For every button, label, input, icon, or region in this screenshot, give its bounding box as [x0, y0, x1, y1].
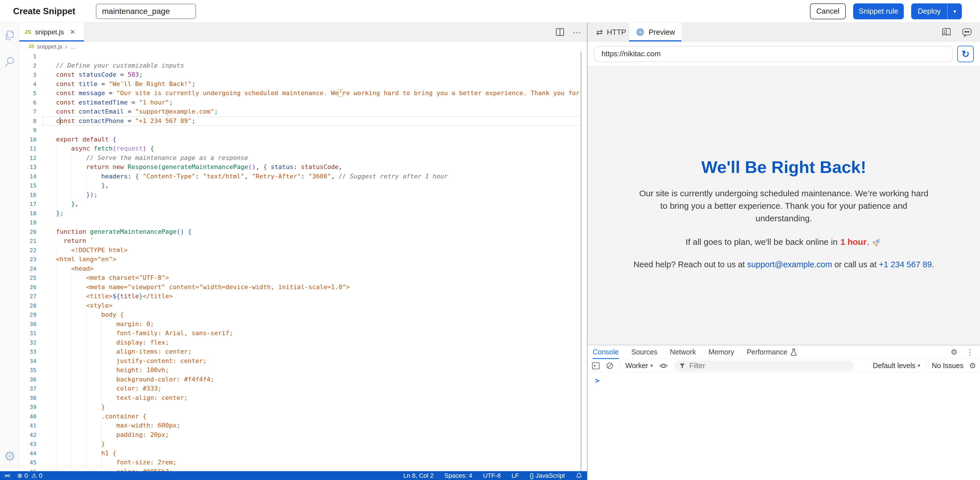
line-number[interactable]: 42 — [19, 430, 43, 440]
code-text[interactable]: max-width: 600px; — [43, 421, 581, 430]
code-line-13[interactable]: 13 return new Response(generateMaintenan… — [19, 162, 581, 172]
notifications-bell-icon[interactable] — [576, 472, 582, 479]
errors-indicator[interactable]: ⊗ 0 — [17, 472, 28, 480]
breadcrumb[interactable]: JS snippet.js › … — [19, 41, 587, 52]
remote-indicator-icon[interactable]: >< — [5, 473, 10, 479]
line-number[interactable]: 5 — [19, 89, 43, 98]
execution-context-selector[interactable]: Worker ▾ — [625, 361, 653, 370]
line-number[interactable]: 35 — [19, 366, 43, 375]
code-text[interactable]: background-color: #f4f4f4; — [43, 375, 581, 384]
code-editor[interactable]: 12// Define your customizable inputs3con… — [19, 52, 581, 471]
code-text[interactable]: }, — [43, 181, 581, 190]
code-line-22[interactable]: 22 <!DOCTYPE html> — [19, 246, 581, 255]
code-line-31[interactable]: 31 font-family: Arial, sans-serif; — [19, 329, 581, 338]
code-text[interactable]: align-items: center; — [43, 347, 581, 356]
devtools-tab-performance[interactable]: Performance — [746, 345, 797, 359]
line-number[interactable]: 46 — [19, 467, 43, 472]
split-editor-icon[interactable] — [556, 28, 564, 36]
code-text[interactable]: const title = "We'll Be Right Back!"; — [43, 79, 581, 89]
code-text[interactable]: }, — [43, 200, 581, 209]
code-line-25[interactable]: 25 <meta charset="UTF-8"> — [19, 273, 581, 283]
code-text[interactable] — [43, 125, 581, 135]
line-number[interactable]: 22 — [19, 246, 43, 255]
clear-console-icon[interactable] — [606, 362, 614, 370]
filter-input[interactable] — [689, 361, 826, 370]
deploy-button[interactable]: Deploy — [911, 3, 948, 19]
code-text[interactable]: const contactEmail = "support@example.co… — [43, 107, 581, 116]
code-line-29[interactable]: 29 body { — [19, 310, 581, 320]
devtools-tab-sources[interactable]: Sources — [632, 345, 657, 359]
line-number[interactable]: 24 — [19, 264, 43, 274]
devtools-tab-memory[interactable]: Memory — [708, 345, 734, 359]
line-number[interactable]: 19 — [19, 218, 43, 227]
more-actions-icon[interactable]: ⋯ — [573, 27, 582, 37]
code-line-14[interactable]: 14 headers: { "Content-Type": "text/html… — [19, 172, 581, 181]
code-text[interactable]: async fetch(request) { — [43, 144, 581, 154]
code-line-33[interactable]: 33 align-items: center; — [19, 347, 581, 356]
line-number[interactable]: 27 — [19, 292, 43, 301]
line-number[interactable]: 14 — [19, 172, 43, 181]
code-line-11[interactable]: 11 async fetch(request) { — [19, 144, 581, 154]
console-output[interactable]: > — [587, 373, 980, 385]
files-icon[interactable] — [0, 29, 19, 42]
code-line-46[interactable]: 46 color: #0056b3; — [19, 467, 581, 472]
line-number[interactable]: 38 — [19, 393, 43, 403]
line-number[interactable]: 36 — [19, 375, 43, 384]
devtools-settings-gear-icon[interactable]: ⚙ — [951, 348, 958, 357]
line-number[interactable]: 34 — [19, 356, 43, 366]
code-text[interactable]: return ` — [43, 236, 581, 246]
code-text[interactable]: return new Response(generateMaintenanceP… — [43, 162, 581, 172]
line-number[interactable]: 26 — [19, 283, 43, 292]
refresh-button[interactable]: ↻ — [957, 46, 974, 62]
indentation-setting[interactable]: Spaces: 4 — [444, 472, 473, 480]
code-line-17[interactable]: 17 }, — [19, 200, 581, 209]
line-number[interactable]: 4 — [19, 79, 43, 89]
code-text[interactable]: const message = "Our site is currently u… — [43, 89, 581, 98]
code-line-40[interactable]: 40 .container { — [19, 412, 581, 421]
code-text[interactable]: padding: 20px; — [43, 430, 581, 440]
code-text[interactable]: font-size: 2rem; — [43, 458, 581, 467]
line-number[interactable]: 15 — [19, 181, 43, 190]
language-mode[interactable]: {} JavaScript — [530, 472, 565, 480]
code-text[interactable]: export default { — [43, 135, 581, 144]
code-line-32[interactable]: 32 display: flex; — [19, 338, 581, 347]
snippet-rule-button[interactable]: Snippet rule — [853, 3, 904, 19]
code-text[interactable]: }; — [43, 209, 581, 218]
line-number[interactable]: 30 — [19, 320, 43, 329]
line-number[interactable]: 44 — [19, 449, 43, 458]
code-text[interactable]: font-family: Arial, sans-serif; — [43, 329, 581, 338]
code-line-21[interactable]: 21 return ` — [19, 236, 581, 246]
line-number[interactable]: 11 — [19, 144, 43, 154]
code-line-26[interactable]: 26 <meta name="viewport" content="width=… — [19, 283, 581, 292]
code-line-8[interactable]: 8const contactPhone = "+1 234 567 89"; — [19, 116, 581, 126]
code-text[interactable]: }); — [43, 190, 581, 200]
code-text[interactable]: text-align: center; — [43, 393, 581, 403]
deploy-dropdown-button[interactable]: ▾ — [948, 3, 962, 19]
console-sidebar-icon[interactable] — [592, 361, 600, 370]
issues-counter[interactable]: No Issues — [932, 361, 964, 370]
code-text[interactable]: <!DOCTYPE html> — [43, 246, 581, 255]
tab-preview[interactable]: Preview — [629, 23, 681, 41]
line-number[interactable]: 28 — [19, 301, 43, 310]
code-text[interactable]: h1 { — [43, 449, 581, 458]
snippet-name-input[interactable] — [96, 4, 196, 19]
cancel-button[interactable]: Cancel — [810, 3, 846, 19]
code-line-12[interactable]: 12 // Serve the maintenance page as a re… — [19, 154, 581, 163]
code-line-24[interactable]: 24 <head> — [19, 264, 581, 274]
line-number[interactable]: 17 — [19, 200, 43, 209]
code-line-6[interactable]: 6const estimatedTime = "1 hour"; — [19, 98, 581, 107]
code-text[interactable]: margin: 0; — [43, 320, 581, 329]
code-line-34[interactable]: 34 justify-content: center; — [19, 356, 581, 366]
code-text[interactable]: <head> — [43, 264, 581, 274]
preview-url-input[interactable] — [594, 46, 953, 62]
code-text[interactable]: .container { — [43, 412, 581, 421]
code-line-20[interactable]: 20function generateMaintenancePage() { — [19, 227, 581, 237]
code-text[interactable]: // Serve the maintenance page as a respo… — [43, 154, 581, 163]
line-number[interactable]: 2 — [19, 61, 43, 70]
code-text[interactable]: headers: { "Content-Type": "text/html", … — [43, 172, 581, 181]
docs-book-icon[interactable] — [941, 27, 952, 38]
code-text[interactable]: } — [43, 402, 581, 412]
code-line-18[interactable]: 18}; — [19, 209, 581, 218]
code-line-45[interactable]: 45 font-size: 2rem; — [19, 458, 581, 467]
settings-gear-icon[interactable]: ⚙ — [0, 450, 19, 463]
